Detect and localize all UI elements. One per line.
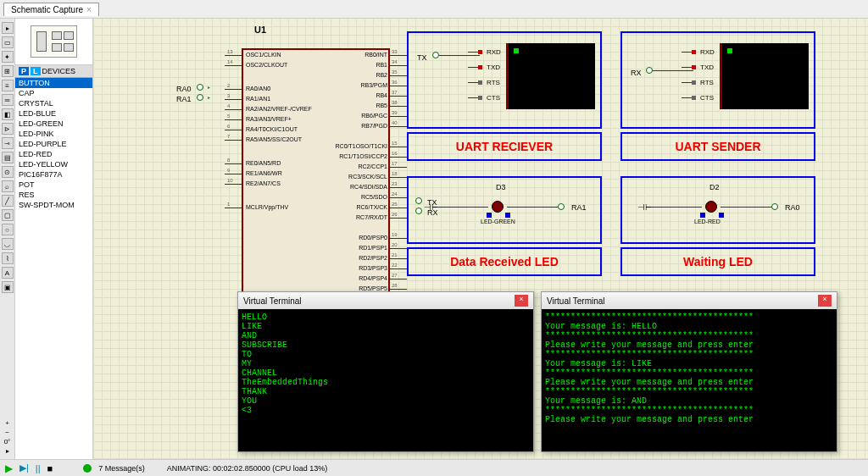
zoom-controls: + − 0° ▸ bbox=[0, 417, 15, 457]
terminal2-close-icon[interactable]: × bbox=[818, 295, 832, 307]
message-count[interactable]: 7 Message(s) bbox=[98, 464, 145, 473]
led-wait-net: RA0 bbox=[785, 203, 800, 212]
step-button[interactable]: ▶| bbox=[19, 462, 29, 473]
node-led-rx bbox=[558, 203, 565, 210]
block-uart-receiver[interactable]: TX RXDTXDRTSCTS bbox=[407, 31, 602, 129]
tool-line[interactable]: ╱ bbox=[2, 195, 14, 207]
animation-status: ANIMATING: 00:02:02.850000 (CPU load 13%… bbox=[167, 464, 327, 473]
tool-char[interactable]: A bbox=[2, 267, 14, 279]
node-led-wait bbox=[771, 203, 778, 210]
net-ra1: RA1 bbox=[176, 95, 192, 103]
block-led-waiting[interactable]: D2 ⊣⊢ RA0 LED-RED bbox=[620, 176, 815, 244]
tab-title: Schematic Capture bbox=[11, 5, 83, 14]
tool-junction[interactable]: ✦ bbox=[2, 51, 14, 63]
led-rx-net: RA1 bbox=[571, 203, 587, 212]
uart-rx-terminal[interactable] bbox=[506, 43, 595, 109]
status-bar: ▶ ▶| || ■ 7 Message(s) ANIMATING: 00:02:… bbox=[0, 459, 868, 476]
uart-tx-label: UART SENDER bbox=[622, 140, 814, 153]
terminal2-title: Virtual Terminal bbox=[547, 296, 605, 306]
virtual-terminal-1[interactable]: Virtual Terminal × HELLO LIKE AND SUBSCR… bbox=[237, 291, 534, 452]
device-item[interactable]: LED-GREEN bbox=[15, 119, 92, 129]
tool-gen[interactable]: ⊙ bbox=[2, 166, 14, 178]
tool-probe[interactable]: ⌕ bbox=[2, 180, 14, 192]
tool-component[interactable]: ▭ bbox=[2, 36, 14, 48]
uart-rx-tx-label: TX bbox=[417, 53, 427, 62]
tool-text[interactable]: ≡ bbox=[2, 80, 14, 91]
pic-ref: U1 bbox=[254, 25, 266, 35]
tool-select[interactable]: ▸ bbox=[2, 22, 14, 34]
arrow[interactable]: ▸ bbox=[0, 446, 14, 456]
parts-button[interactable]: P bbox=[19, 67, 29, 75]
device-item[interactable]: RES bbox=[15, 190, 92, 200]
pause-button[interactable]: || bbox=[36, 463, 41, 473]
device-item[interactable]: PIC16F877A bbox=[15, 169, 92, 180]
terminal2-body[interactable]: ****************************************… bbox=[542, 309, 837, 451]
toolbar-left: ▸ ▭ ✦ ⊞ ≡ ═ ◧ ⊳ ⊸ ▤ ⊙ ⌕ ╱ ▢ ○ ◡ ⌇ A ▣ bbox=[0, 19, 15, 459]
rotation[interactable]: 0° bbox=[0, 437, 14, 446]
message-icon[interactable] bbox=[83, 464, 92, 473]
tool-rect[interactable]: ▢ bbox=[2, 209, 14, 221]
schematic-canvas[interactable]: U1 PIC16F877A 13OSC1/CLKIN14OSC2/CLKOUT2… bbox=[93, 19, 868, 459]
device-item[interactable]: POT bbox=[15, 180, 92, 190]
tool-terminal[interactable]: ⊳ bbox=[2, 123, 14, 135]
node-ra1 bbox=[197, 94, 203, 101]
block-uart-receiver-label: UART RECIEVER bbox=[407, 132, 602, 161]
device-item[interactable]: CAP bbox=[15, 88, 92, 98]
net-ra0: RA0 bbox=[176, 85, 192, 93]
device-item[interactable]: LED-BLUE bbox=[15, 108, 92, 119]
block-uart-sender[interactable]: RX RXDTXDRTSCTS bbox=[620, 31, 815, 129]
device-item[interactable]: LED-YELLOW bbox=[15, 159, 92, 169]
node-uart-rx-tx bbox=[432, 52, 439, 58]
device-list[interactable]: BUTTONCAPCRYSTALLED-BLUELED-GREENLED-PIN… bbox=[15, 78, 92, 459]
block-led-received[interactable]: D3 ⊣⊢ RA1 LED-GREEN bbox=[407, 176, 602, 244]
stop-button[interactable]: ■ bbox=[47, 463, 53, 473]
led-rx-label: Data Received LED bbox=[409, 255, 600, 268]
led-green-symbol bbox=[492, 201, 504, 213]
component-pic[interactable]: U1 PIC16F877A 13OSC1/CLKIN14OSC2/CLKOUT2… bbox=[170, 31, 415, 319]
tool-graph[interactable]: ▤ bbox=[2, 152, 14, 163]
libs-button[interactable]: L bbox=[31, 67, 41, 75]
tool-path[interactable]: ⌇ bbox=[2, 252, 14, 264]
terminal1-body[interactable]: HELLO LIKE AND SUBSCRIBE TO MY CHANNEL T… bbox=[238, 309, 533, 451]
led-wait-part: LED-RED bbox=[694, 219, 721, 224]
terminal1-close-icon[interactable]: × bbox=[515, 295, 528, 307]
node-uart-tx-rx bbox=[646, 67, 653, 74]
tool-circle[interactable]: ○ bbox=[2, 224, 14, 235]
uart-tx-terminal[interactable] bbox=[720, 43, 809, 109]
tool-arc[interactable]: ◡ bbox=[2, 238, 14, 250]
tool-bus[interactable]: ═ bbox=[2, 94, 14, 106]
led-rx-ref: D3 bbox=[496, 183, 506, 191]
led-wait-label: Waiting LED bbox=[622, 255, 814, 268]
uart-tx-rx-label: RX bbox=[631, 69, 642, 77]
devices-label: DEVICES bbox=[42, 67, 76, 75]
play-button[interactable]: ▶ bbox=[5, 462, 13, 474]
tool-sym[interactable]: ▣ bbox=[2, 281, 14, 293]
block-uart-sender-label: UART SENDER bbox=[620, 132, 815, 161]
block-led-waiting-label: Waiting LED bbox=[620, 247, 815, 276]
led-wait-ref: D2 bbox=[709, 183, 720, 191]
uart-rx-label: UART RECIEVER bbox=[409, 140, 600, 153]
close-icon[interactable]: × bbox=[86, 5, 92, 14]
led-red-symbol bbox=[705, 201, 717, 213]
zoom-in[interactable]: + bbox=[0, 418, 14, 428]
devices-header: P L DEVICES bbox=[15, 65, 92, 78]
device-item[interactable]: LED-RED bbox=[15, 149, 92, 159]
tool-sub[interactable]: ◧ bbox=[2, 108, 14, 120]
terminal1-title: Virtual Terminal bbox=[243, 296, 302, 306]
device-item[interactable]: BUTTON bbox=[15, 78, 92, 88]
overview-panel[interactable] bbox=[15, 19, 92, 65]
device-item[interactable]: LED-PURPLE bbox=[15, 139, 92, 149]
device-item[interactable]: LED-PINK bbox=[15, 129, 92, 139]
tool-label[interactable]: ⊞ bbox=[2, 65, 14, 77]
tool-pin[interactable]: ⊸ bbox=[2, 137, 14, 149]
zoom-out[interactable]: − bbox=[0, 428, 14, 437]
device-item[interactable]: SW-SPDT-MOM bbox=[15, 200, 92, 210]
led-rx-part: LED-GREEN bbox=[481, 219, 515, 224]
tab-schematic[interactable]: Schematic Capture × bbox=[3, 3, 99, 16]
node-ra0 bbox=[197, 84, 203, 91]
virtual-terminal-2[interactable]: Virtual Terminal × *********************… bbox=[541, 291, 837, 452]
block-led-received-label: Data Received LED bbox=[407, 247, 602, 276]
device-item[interactable]: CRYSTAL bbox=[15, 98, 92, 108]
